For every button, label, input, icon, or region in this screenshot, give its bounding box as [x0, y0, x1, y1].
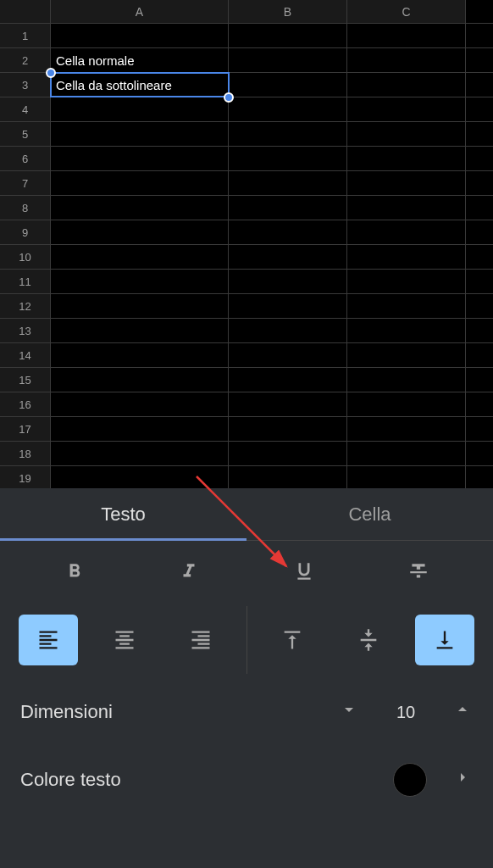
cell-a1[interactable] [51, 24, 229, 47]
cell-c3[interactable] [347, 73, 466, 97]
cell-a5[interactable] [51, 122, 229, 146]
cell-b2[interactable] [229, 48, 347, 72]
column-header-b[interactable]: B [229, 0, 347, 23]
row-header-13[interactable]: 13 [0, 319, 51, 342]
cell-b19[interactable] [229, 466, 347, 490]
cell-c16[interactable] [347, 392, 466, 416]
valign-middle-button[interactable] [339, 615, 398, 665]
tab-text[interactable]: Testo [0, 488, 246, 540]
cell-c5[interactable] [347, 122, 466, 146]
selection-handle-tl[interactable] [46, 68, 56, 78]
valign-top-button[interactable] [263, 615, 322, 665]
cell-b8[interactable] [229, 196, 347, 220]
cell-b13[interactable] [229, 319, 347, 342]
cell-b16[interactable] [229, 392, 347, 416]
cell-a6[interactable] [51, 147, 229, 170]
cell-a14[interactable] [51, 343, 229, 367]
cell-c11[interactable] [347, 270, 466, 293]
row-header-18[interactable]: 18 [0, 442, 51, 465]
align-right-button[interactable] [171, 615, 230, 665]
cell-b1[interactable] [229, 24, 347, 47]
bold-button[interactable] [49, 550, 100, 593]
row-header-10[interactable]: 10 [0, 245, 51, 269]
select-all-corner[interactable] [0, 0, 51, 23]
row-header-4[interactable]: 4 [0, 97, 51, 121]
align-left-button[interactable] [19, 615, 78, 665]
cell-a8[interactable] [51, 196, 229, 220]
row-header-3[interactable]: 3 [0, 73, 51, 97]
cell-c18[interactable] [347, 442, 466, 465]
column-header-a[interactable]: A [51, 0, 229, 23]
cell-a18[interactable] [51, 442, 229, 465]
row-header-5[interactable]: 5 [0, 122, 51, 146]
cell-b5[interactable] [229, 122, 347, 146]
row-header-8[interactable]: 8 [0, 196, 51, 220]
cell-b10[interactable] [229, 245, 347, 269]
cell-c2[interactable] [347, 48, 466, 72]
row-header-2[interactable]: 2 [0, 48, 51, 72]
cell-a3[interactable]: Cella da sottolineare [51, 73, 229, 97]
cell-b18[interactable] [229, 442, 347, 465]
cell-c10[interactable] [347, 245, 466, 269]
cell-b3[interactable] [229, 73, 347, 97]
cell-a15[interactable] [51, 368, 229, 392]
cell-a12[interactable] [51, 294, 229, 318]
row-header-1[interactable]: 1 [0, 24, 51, 47]
text-color-open-button[interactable] [452, 767, 473, 793]
cell-c9[interactable] [347, 220, 466, 244]
cell-c4[interactable] [347, 97, 466, 121]
cell-b7[interactable] [229, 171, 347, 195]
cell-a13[interactable] [51, 319, 229, 342]
cell-b6[interactable] [229, 147, 347, 170]
cell-c14[interactable] [347, 343, 466, 367]
cell-c1[interactable] [347, 24, 466, 47]
cell-b17[interactable] [229, 417, 347, 441]
format-panel: Testo Cella [0, 488, 493, 868]
cell-c15[interactable] [347, 368, 466, 392]
cell-c7[interactable] [347, 171, 466, 195]
size-decrease-button[interactable] [339, 699, 359, 725]
row-header-15[interactable]: 15 [0, 368, 51, 392]
cell-a10[interactable] [51, 245, 229, 269]
row-header-7[interactable]: 7 [0, 171, 51, 195]
cell-c12[interactable] [347, 294, 466, 318]
cell-b14[interactable] [229, 343, 347, 367]
cell-a9[interactable] [51, 220, 229, 244]
cell-a11[interactable] [51, 270, 229, 293]
row-header-19[interactable]: 19 [0, 466, 51, 490]
cell-c6[interactable] [347, 147, 466, 170]
selection-handle-br[interactable] [224, 92, 234, 103]
underline-button[interactable] [279, 550, 330, 593]
cell-b4[interactable] [229, 97, 347, 121]
italic-button[interactable] [163, 550, 214, 593]
tab-cell[interactable]: Cella [246, 488, 493, 540]
cell-a4[interactable] [51, 97, 229, 121]
cell-c19[interactable] [347, 466, 466, 490]
cell-b12[interactable] [229, 294, 347, 318]
font-size-controls: 10 [339, 699, 473, 725]
cell-b15[interactable] [229, 368, 347, 392]
align-center-button[interactable] [95, 615, 154, 665]
row-header-12[interactable]: 12 [0, 294, 51, 318]
cell-a7[interactable] [51, 171, 229, 195]
cell-a17[interactable] [51, 417, 229, 441]
row-header-6[interactable]: 6 [0, 147, 51, 170]
valign-bottom-button[interactable] [415, 615, 474, 665]
row-header-9[interactable]: 9 [0, 220, 51, 244]
row-header-11[interactable]: 11 [0, 270, 51, 293]
row-header-17[interactable]: 17 [0, 417, 51, 441]
cell-b9[interactable] [229, 220, 347, 244]
cell-a19[interactable] [51, 466, 229, 490]
strikethrough-button[interactable] [393, 550, 444, 593]
cell-c17[interactable] [347, 417, 466, 441]
row-header-14[interactable]: 14 [0, 343, 51, 367]
cell-a2[interactable]: Cella normale [51, 48, 229, 72]
cell-c8[interactable] [347, 196, 466, 220]
column-header-c[interactable]: C [347, 0, 466, 23]
size-increase-button[interactable] [452, 699, 473, 725]
row-header-16[interactable]: 16 [0, 392, 51, 416]
cell-a16[interactable] [51, 392, 229, 416]
text-color-row[interactable]: Colore testo [0, 746, 493, 814]
cell-c13[interactable] [347, 319, 466, 342]
cell-b11[interactable] [229, 270, 347, 293]
